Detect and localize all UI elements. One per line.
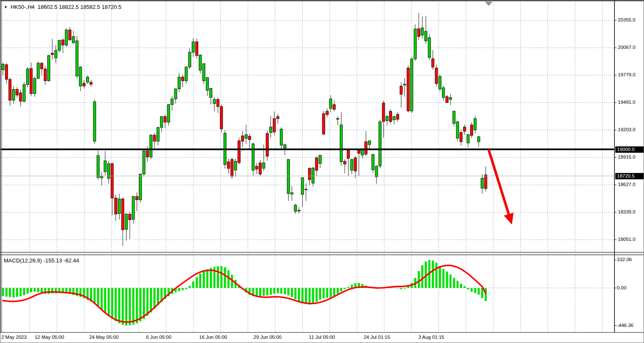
time-axis-label: 3 Aug 01:15 (418, 335, 444, 340)
macd-axis-label: 332.06 (617, 257, 632, 262)
symbol-timeframe-label: HK50-,H4 (11, 4, 35, 10)
time-axis-label: 29 Jun 05:00 (254, 335, 282, 340)
price-axis-label: 20067.0 (618, 45, 636, 50)
time-axis-label: 24 Jul 01:15 (364, 335, 390, 340)
price-axis-label: 18339.0 (618, 209, 636, 214)
ohlc-readout: 18602.5 18822.5 18582.5 18720.5 (38, 4, 122, 10)
shift-marker-icon[interactable] (485, 2, 492, 6)
time-axis-label: 6 Jun 05:00 (146, 335, 171, 340)
price-badge-current: 18720.5 (615, 173, 644, 179)
dropdown-arrow-icon[interactable]: ▼ (4, 5, 8, 9)
time-axis-label: 12 May 05:00 (35, 335, 64, 340)
price-axis-label: 19491.0 (618, 100, 636, 105)
price-axis-label: 20355.0 (618, 17, 636, 22)
macd-axis-label: -446.36 (617, 323, 633, 328)
grid-lines (0, 2, 614, 332)
price-axis-label: 19779.0 (618, 72, 636, 77)
macd-axis-label: 0.00 (617, 285, 626, 290)
time-axis-label: 24 May 05:00 (89, 335, 119, 340)
macd-indicator-label: MACD(12,26,9) -155.13 -62.44 (4, 257, 79, 264)
trend-arrow[interactable] (489, 150, 514, 224)
price-axis-label: 18915.0 (618, 154, 636, 159)
price-badge-level: 19000.0 (615, 146, 644, 153)
price-axis-label: 18627.0 (618, 182, 636, 187)
chart-title: ▼ HK50-,H4 18602.5 18822.5 18582.5 18720… (4, 4, 122, 10)
macd-histogram (2, 260, 487, 325)
time-axis-label: 2 May 2023 (1, 335, 27, 340)
time-axis-label: 11 Jul 05:00 (309, 335, 335, 340)
macd-signal-line (3, 265, 486, 322)
price-axis-label: 18051.0 (618, 237, 636, 242)
chart-window: ▼ HK50-,H4 18602.5 18822.5 18582.5 18720… (0, 0, 644, 343)
time-axis-label: 16 Jun 05:00 (199, 335, 227, 340)
price-chart-canvas[interactable] (0, 0, 644, 343)
candle-wicks (3, 13, 486, 246)
candles (2, 28, 487, 230)
price-axis-label: 19203.0 (618, 127, 636, 132)
panel-separator[interactable] (0, 252, 644, 255)
